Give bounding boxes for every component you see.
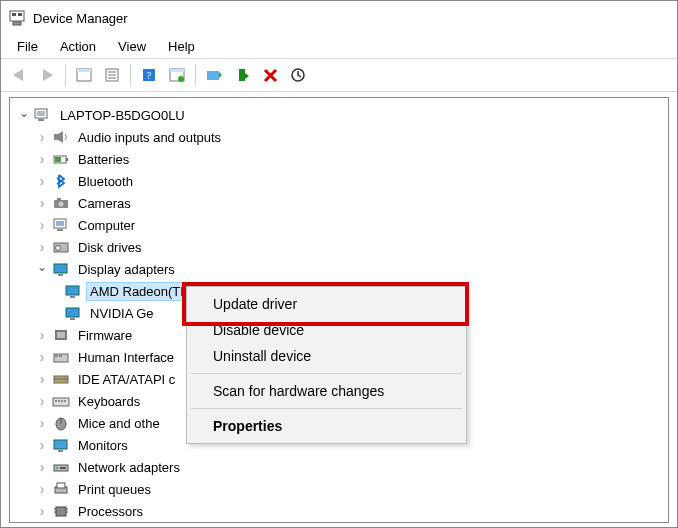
toolbar-enable-device-button[interactable] bbox=[228, 62, 256, 88]
node-label: Keyboards bbox=[74, 392, 144, 411]
expand-collapse-icon[interactable] bbox=[36, 129, 48, 145]
root-node[interactable]: LAPTOP-B5DGO0LU bbox=[12, 104, 666, 126]
processor-icon bbox=[52, 502, 70, 520]
svg-rect-3 bbox=[13, 22, 21, 25]
expand-collapse-icon[interactable] bbox=[36, 151, 48, 167]
svg-rect-50 bbox=[64, 400, 66, 402]
svg-rect-49 bbox=[61, 400, 63, 402]
svg-rect-16 bbox=[239, 69, 245, 81]
node-label: IDE ATA/ATAPI c bbox=[74, 370, 179, 389]
svg-rect-30 bbox=[57, 229, 63, 231]
svg-rect-53 bbox=[54, 440, 67, 449]
forward-button[interactable] bbox=[33, 62, 61, 88]
svg-rect-1 bbox=[12, 13, 16, 16]
svg-point-32 bbox=[56, 246, 61, 251]
expand-collapse-icon[interactable] bbox=[36, 415, 48, 431]
back-button[interactable] bbox=[5, 62, 33, 88]
node-label: Print queues bbox=[74, 480, 155, 499]
node-label: Firmware bbox=[74, 326, 136, 345]
expand-collapse-icon[interactable] bbox=[36, 173, 48, 189]
node-label: Monitors bbox=[74, 436, 132, 455]
menu-file[interactable]: File bbox=[7, 37, 48, 56]
device-manager-icon bbox=[9, 10, 25, 26]
expand-collapse-icon[interactable] bbox=[36, 371, 48, 387]
node-label: Cameras bbox=[74, 194, 135, 213]
svg-rect-48 bbox=[58, 400, 60, 402]
toolbar-scan-button[interactable] bbox=[163, 62, 191, 88]
toolbar-view-button[interactable] bbox=[70, 62, 98, 88]
ctx-properties[interactable]: Properties bbox=[189, 413, 464, 439]
tree-node-audio[interactable]: Audio inputs and outputs bbox=[12, 126, 666, 148]
ctx-uninstall-device[interactable]: Uninstall device bbox=[189, 343, 464, 369]
expand-collapse-icon[interactable] bbox=[36, 327, 48, 343]
monitor-icon bbox=[52, 436, 70, 454]
disk-icon bbox=[52, 238, 70, 256]
expand-collapse-icon[interactable] bbox=[36, 239, 48, 255]
printq-icon bbox=[52, 480, 70, 498]
menu-help[interactable]: Help bbox=[158, 37, 205, 56]
svg-rect-36 bbox=[70, 296, 75, 298]
svg-rect-43 bbox=[59, 355, 62, 357]
tree-node-bluetooth[interactable]: Bluetooth bbox=[12, 170, 666, 192]
root-label: LAPTOP-B5DGO0LU bbox=[56, 106, 189, 125]
tree-node-computer[interactable]: Computer bbox=[12, 214, 666, 236]
svg-rect-35 bbox=[66, 286, 79, 295]
toolbar: ? bbox=[1, 58, 677, 92]
expand-collapse-icon[interactable] bbox=[36, 393, 48, 409]
node-label: Display adapters bbox=[74, 260, 179, 279]
expand-collapse-icon[interactable] bbox=[36, 262, 48, 276]
bluetooth-icon bbox=[52, 172, 70, 190]
tree-node-network[interactable]: Network adapters bbox=[12, 456, 666, 478]
ide-icon bbox=[52, 370, 70, 388]
expand-collapse-icon[interactable] bbox=[36, 481, 48, 497]
computer-icon bbox=[52, 216, 70, 234]
ctx-disable-device[interactable]: Disable device bbox=[189, 317, 464, 343]
toolbar-scan-hardware-button[interactable] bbox=[284, 62, 312, 88]
toolbar-help-button[interactable]: ? bbox=[135, 62, 163, 88]
svg-rect-23 bbox=[66, 158, 68, 161]
node-label: Mice and othe bbox=[74, 414, 164, 433]
node-label: Audio inputs and outputs bbox=[74, 128, 225, 147]
svg-rect-5 bbox=[77, 69, 91, 72]
computer-icon bbox=[34, 106, 52, 124]
tree-node-display[interactable]: Display adapters bbox=[12, 258, 666, 280]
tree-node-printq[interactable]: Print queues bbox=[12, 478, 666, 500]
svg-rect-37 bbox=[66, 308, 79, 317]
expand-collapse-icon[interactable] bbox=[36, 503, 48, 519]
tree-node-batteries[interactable]: Batteries bbox=[12, 148, 666, 170]
expand-collapse-icon[interactable] bbox=[36, 195, 48, 211]
display-icon bbox=[64, 282, 82, 300]
svg-rect-42 bbox=[55, 355, 58, 357]
toolbar-properties-button[interactable] bbox=[98, 62, 126, 88]
svg-point-56 bbox=[56, 467, 58, 469]
ctx-update-driver[interactable]: Update driver bbox=[189, 291, 464, 317]
ctx-scan-hardware[interactable]: Scan for hardware changes bbox=[189, 378, 464, 404]
tree-node-cameras[interactable]: Cameras bbox=[12, 192, 666, 214]
expand-collapse-icon[interactable] bbox=[36, 349, 48, 365]
svg-point-14 bbox=[178, 76, 184, 82]
toolbar-update-driver-button[interactable] bbox=[200, 62, 228, 88]
firmware-icon bbox=[52, 326, 70, 344]
svg-rect-60 bbox=[56, 507, 66, 516]
node-label: Disk drives bbox=[74, 238, 146, 257]
menubar: File Action View Help bbox=[1, 35, 677, 58]
mouse-icon bbox=[52, 414, 70, 432]
expand-collapse-icon[interactable] bbox=[18, 108, 30, 122]
expand-collapse-icon[interactable] bbox=[36, 459, 48, 475]
svg-point-26 bbox=[59, 202, 64, 207]
svg-rect-40 bbox=[57, 332, 65, 338]
svg-rect-47 bbox=[55, 400, 57, 402]
node-label: Processors bbox=[74, 502, 147, 521]
expand-collapse-icon[interactable] bbox=[36, 437, 48, 453]
window-title: Device Manager bbox=[33, 11, 128, 26]
menu-action[interactable]: Action bbox=[50, 37, 106, 56]
context-menu: Update driver Disable device Uninstall d… bbox=[186, 286, 467, 444]
svg-rect-29 bbox=[56, 221, 64, 226]
menu-view[interactable]: View bbox=[108, 37, 156, 56]
tree-node-processors[interactable]: Processors bbox=[12, 500, 666, 522]
titlebar: Device Manager bbox=[1, 1, 677, 35]
display-icon bbox=[52, 260, 70, 278]
expand-collapse-icon[interactable] bbox=[36, 217, 48, 233]
toolbar-uninstall-button[interactable] bbox=[256, 62, 284, 88]
tree-node-disk[interactable]: Disk drives bbox=[12, 236, 666, 258]
